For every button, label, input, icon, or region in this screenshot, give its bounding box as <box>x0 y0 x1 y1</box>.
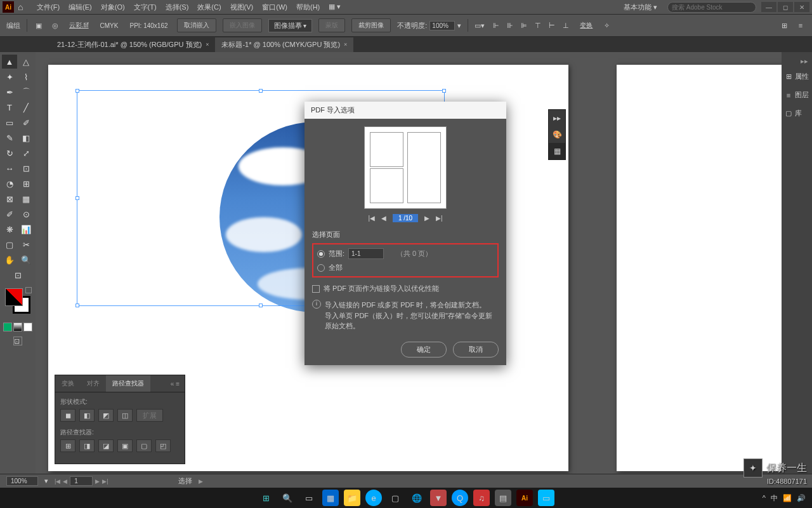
rectangle-tool[interactable]: ▭ <box>2 116 17 130</box>
color-panel-icon[interactable]: 🎨 <box>549 126 565 143</box>
start-icon[interactable]: ⊞ <box>258 490 274 506</box>
target-icon[interactable]: ◎ <box>50 20 60 30</box>
wifi-icon[interactable]: 📶 <box>783 494 792 502</box>
lasso-tool[interactable]: ⌇ <box>18 70 34 84</box>
zoom-input[interactable] <box>6 476 38 486</box>
transform-icon[interactable]: ✧ <box>601 20 612 30</box>
properties-panel[interactable]: ⊞属性 <box>783 68 811 85</box>
color-mode-btn[interactable] <box>3 323 12 331</box>
pathfinder-panel[interactable]: 变换 对齐 路径查找器 « ≡ 形状模式: ◼ ◧ ◩ ◫ 扩展 路径查找器: … <box>55 375 185 464</box>
symbol-tool[interactable]: ❋ <box>2 222 17 236</box>
range-radio[interactable] <box>317 250 325 258</box>
prev-artboard-icon[interactable]: ◀ <box>63 478 67 485</box>
hand-tool[interactable]: ✋ <box>2 253 17 267</box>
first-artboard-icon[interactable]: |◀ <box>55 478 60 485</box>
transform-tab[interactable]: 变换 <box>55 375 81 392</box>
volume-icon[interactable]: 🔊 <box>797 494 806 502</box>
panel-collapse-icon[interactable]: ▸▸ <box>549 110 565 126</box>
gradient-tool[interactable]: ▦ <box>18 192 34 206</box>
tab-doc1[interactable]: 21-12-王鸿伟-01.ai* @ 150% (RGB/GPU 预览)× <box>51 37 215 52</box>
screen-mode-btn[interactable]: ⊡ <box>13 337 22 345</box>
prev-page-icon[interactable]: ◀ <box>381 215 386 222</box>
workspace-selector[interactable]: 基本功能 ▾ <box>619 1 662 13</box>
selection-tool[interactable]: ▲ <box>2 55 17 69</box>
shaper-tool[interactable]: ✎ <box>2 131 17 145</box>
trace-selector[interactable]: 图像描摹 ▾ <box>268 19 313 32</box>
graph-tool[interactable]: 📊 <box>18 222 34 236</box>
pen-tool[interactable]: ✒ <box>2 85 17 99</box>
chrome-icon[interactable]: 🌐 <box>409 490 425 506</box>
panel-menu-icon[interactable]: ≡ <box>796 20 806 30</box>
perspective-tool[interactable]: ⊞ <box>18 177 34 190</box>
eyedropper-tool[interactable]: ✐ <box>2 207 17 221</box>
align-right-icon[interactable]: ⊫ <box>519 20 529 30</box>
outline-icon[interactable]: ▢ <box>136 439 152 452</box>
all-radio[interactable] <box>317 264 325 272</box>
app1-icon[interactable]: ▢ <box>387 490 403 506</box>
link-checkbox[interactable] <box>312 285 320 293</box>
ok-button[interactable]: 确定 <box>401 342 447 358</box>
brush-tool[interactable]: ✐ <box>18 116 34 130</box>
align-bot-icon[interactable]: ⊥ <box>561 20 571 30</box>
exclude-icon[interactable]: ◫ <box>117 409 133 422</box>
first-page-icon[interactable]: |◀ <box>368 215 375 222</box>
menu-file[interactable]: 文件(F) <box>37 3 60 12</box>
linked-file[interactable]: 云彩.tif <box>67 20 91 31</box>
menu-grid-icon[interactable]: ▦ ▾ <box>329 3 341 12</box>
close-button[interactable]: ✕ <box>794 2 809 12</box>
minimize-button[interactable]: — <box>761 2 776 12</box>
menu-window[interactable]: 窗口(W) <box>262 3 287 12</box>
intersect-icon[interactable]: ◩ <box>98 409 114 422</box>
gradient-mode-btn[interactable] <box>13 323 22 331</box>
width-tool[interactable]: ↔ <box>2 161 17 175</box>
minus-front-icon[interactable]: ◧ <box>79 409 95 422</box>
color-swatch[interactable] <box>4 287 32 315</box>
blend-tool[interactable]: ⊙ <box>18 207 34 221</box>
swatches-panel-icon[interactable]: ▦ <box>549 143 565 159</box>
status-dropdown-icon[interactable]: ▶ <box>199 478 203 485</box>
panel-opts-icon[interactable]: ⊞ <box>779 20 789 30</box>
opacity-dropdown[interactable]: ▾ <box>457 22 461 30</box>
link-icon[interactable]: ▣ <box>34 20 44 30</box>
cancel-button[interactable]: 取消 <box>453 342 499 358</box>
next-artboard-icon[interactable]: ▶ <box>95 478 100 485</box>
app2-icon[interactable]: ▼ <box>430 490 447 506</box>
align-center-icon[interactable]: ⊪ <box>505 20 515 30</box>
none-mode-btn[interactable] <box>23 323 32 331</box>
app4-icon[interactable]: ▤ <box>495 490 511 506</box>
align-mid-icon[interactable]: ⊢ <box>547 20 557 30</box>
app5-icon[interactable]: ▭ <box>538 490 554 506</box>
expand-icon[interactable]: ▸▸ <box>797 56 812 67</box>
mesh-tool[interactable]: ⊠ <box>2 192 17 206</box>
libraries-panel[interactable]: ▢库 <box>783 105 811 122</box>
artboard-tool[interactable]: ▢ <box>2 237 17 251</box>
scale-tool[interactable]: ⤢ <box>18 146 34 160</box>
align-icon[interactable]: ▭▾ <box>475 20 485 30</box>
ai-taskbar-icon[interactable]: Ai <box>516 490 533 506</box>
free-transform-tool[interactable]: ⊡ <box>18 161 34 175</box>
slice-tool[interactable]: ✂ <box>18 237 34 251</box>
merge-icon[interactable]: ◪ <box>98 439 114 452</box>
crop-pf-icon[interactable]: ▣ <box>117 439 133 452</box>
layers-panel[interactable]: ≡图层 <box>783 86 811 104</box>
tab-doc2[interactable]: 未标题-1* @ 100% (CMYK/GPU 预览)× <box>215 37 353 52</box>
opacity-input[interactable] <box>429 21 455 30</box>
menu-edit[interactable]: 编辑(E) <box>69 3 92 12</box>
panel-menu-icon[interactable]: « ≡ <box>166 378 185 390</box>
cancel-embed-button[interactable]: 取消嵌入 <box>177 18 216 32</box>
crop-button[interactable]: 裁剪图像 <box>351 18 391 32</box>
align-tab[interactable]: 对齐 <box>81 375 106 392</box>
qq-icon[interactable]: Q <box>452 490 468 506</box>
artboard-input[interactable] <box>70 476 93 486</box>
menu-view[interactable]: 视图(V) <box>230 3 254 12</box>
home-icon[interactable]: ⌂ <box>18 2 30 12</box>
last-page-icon[interactable]: ▶| <box>436 215 443 222</box>
magic-wand-tool[interactable]: ✦ <box>2 70 17 84</box>
menu-effect[interactable]: 效果(C) <box>197 3 221 12</box>
menu-select[interactable]: 选择(S) <box>166 3 189 12</box>
divide-icon[interactable]: ⊞ <box>60 439 75 452</box>
menu-help[interactable]: 帮助(H) <box>296 3 320 12</box>
menu-object[interactable]: 对象(O) <box>101 3 125 12</box>
minus-back-icon[interactable]: ◰ <box>155 439 171 452</box>
pathfinder-tab[interactable]: 路径查找器 <box>106 375 150 392</box>
